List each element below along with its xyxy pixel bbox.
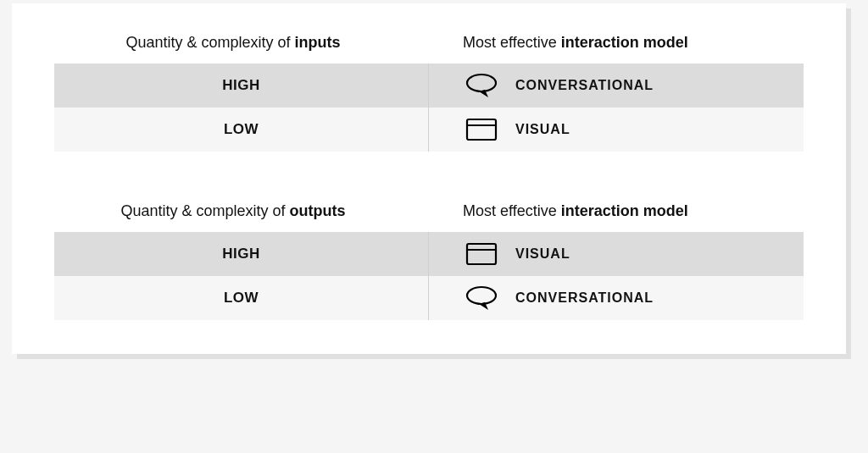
header-left-bold: inputs <box>295 34 341 51</box>
model-cell: VISUAL <box>429 241 804 267</box>
table-row: LOW VISUAL <box>54 108 804 152</box>
header-left-prefix: Quantity & complexity of <box>125 34 294 51</box>
table-row: HIGH CONVERSATIONAL <box>54 64 804 108</box>
window-icon <box>463 117 500 142</box>
model-label: VISUAL <box>515 246 570 262</box>
window-icon <box>463 241 500 267</box>
table-row: HIGH VISUAL <box>54 232 804 276</box>
level-cell: LOW <box>54 108 429 152</box>
card: Quantity & complexity of inputs Most eff… <box>12 3 846 354</box>
speech-bubble-icon <box>463 73 500 98</box>
svg-point-0 <box>467 75 496 91</box>
model-cell: VISUAL <box>429 117 804 142</box>
level-cell: HIGH <box>54 232 429 276</box>
header-left-prefix: Quantity & complexity of <box>120 202 289 219</box>
level-cell: LOW <box>54 276 429 320</box>
model-label: VISUAL <box>515 122 570 137</box>
header-left: Quantity & complexity of inputs <box>54 34 429 52</box>
header-right-bold: interaction model <box>561 202 688 219</box>
model-cell: CONVERSATIONAL <box>429 73 804 98</box>
header-right: Most effective interaction model <box>429 202 804 220</box>
header-left-bold: outputs <box>290 202 346 219</box>
svg-rect-1 <box>467 119 496 140</box>
svg-point-5 <box>467 287 496 304</box>
level-cell: HIGH <box>54 64 429 108</box>
header-right: Most effective interaction model <box>429 34 804 52</box>
model-label: CONVERSATIONAL <box>515 78 654 93</box>
model-cell: CONVERSATIONAL <box>429 285 804 311</box>
model-label: CONVERSATIONAL <box>515 290 654 306</box>
table-row: LOW CONVERSATIONAL <box>54 276 804 320</box>
header-right-bold: interaction model <box>561 34 688 51</box>
svg-rect-3 <box>467 244 496 264</box>
section-header: Quantity & complexity of inputs Most eff… <box>54 34 804 64</box>
header-left: Quantity & complexity of outputs <box>54 202 429 220</box>
speech-bubble-icon <box>463 285 500 311</box>
card-shadow: Quantity & complexity of inputs Most eff… <box>17 8 851 359</box>
section-header: Quantity & complexity of outputs Most ef… <box>54 202 804 232</box>
header-right-prefix: Most effective <box>463 34 561 51</box>
header-right-prefix: Most effective <box>463 202 561 219</box>
